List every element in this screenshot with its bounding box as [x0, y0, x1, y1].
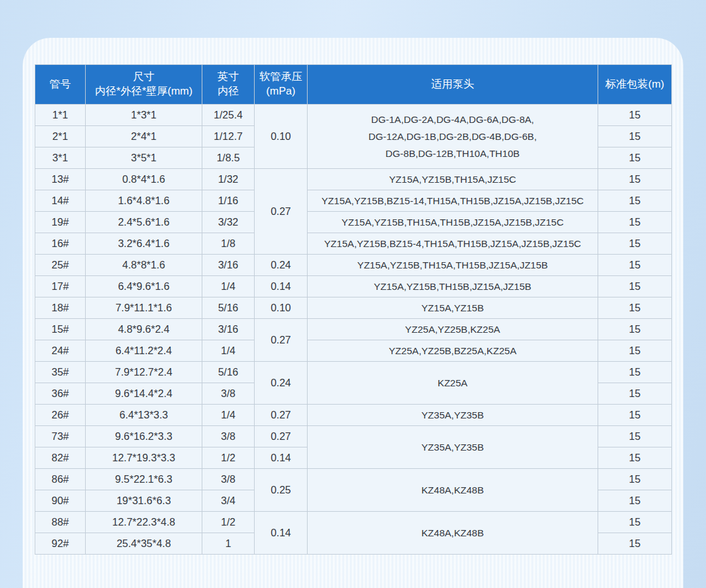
- pressure-cell: 0.24: [255, 255, 308, 276]
- header-size-line2: 内径*外径*壁厚(mm): [88, 84, 199, 99]
- size-cell: 19*31.6*6.3: [86, 490, 202, 512]
- inch-diameter-cell: 3/8: [202, 426, 255, 447]
- tube-no-cell: 92#: [35, 533, 86, 555]
- packing-cell: 15: [598, 469, 672, 490]
- packing-cell: 15: [598, 212, 672, 233]
- pump-heads-cell: YZ15A,YZ15B,BZ15-4,TH15A,TH15B,JZ15A,JZ1…: [308, 233, 598, 255]
- inch-diameter-cell: 5/16: [202, 362, 255, 383]
- header-inch: 英寸 内径: [202, 65, 255, 105]
- pressure-cell: 0.27: [255, 426, 308, 447]
- table-body: 1*11*3*11/25.40.10DG-1A,DG-2A,DG-4A,DG-6…: [35, 105, 672, 555]
- packing-cell: 15: [598, 533, 672, 555]
- tube-no-cell: 15#: [35, 319, 86, 340]
- tube-no-cell: 25#: [35, 255, 86, 276]
- pressure-cell: 0.14: [255, 447, 308, 469]
- size-cell: 2*4*1: [86, 126, 202, 147]
- table-row: 17#6.4*9.6*1.61/40.14YZ15A,YZ15B,TH15B,J…: [35, 276, 672, 297]
- tube-no-cell: 2*1: [35, 126, 86, 147]
- tube-no-cell: 82#: [35, 447, 86, 469]
- size-cell: 0.8*4*1.6: [86, 169, 202, 190]
- packing-cell: 15: [598, 276, 672, 297]
- table-row: 13#0.8*4*1.61/320.27YZ15A,YZ15B,TH15A,JZ…: [35, 169, 672, 190]
- header-inch-line2: 内径: [205, 84, 252, 99]
- tube-no-cell: 1*1: [35, 105, 86, 126]
- size-cell: 1*3*1: [86, 105, 202, 126]
- packing-cell: 15: [598, 426, 672, 447]
- packing-cell: 15: [598, 233, 672, 255]
- content-card: 管号 尺寸 内径*外径*壁厚(mm) 英寸 内径 软管承压 (mPa) 适用泵头…: [23, 38, 683, 588]
- table-row: 19#2.4*5.6*1.63/32YZ15A,YZ15B,TH15A,TH15…: [35, 212, 672, 233]
- pump-heads-cell: YZ35A,YZ35B: [308, 405, 598, 426]
- header-size-line1: 尺寸: [88, 70, 199, 84]
- pump-heads-cell: YZ15A,YZ15B,TH15A,JZ15C: [308, 169, 598, 190]
- pump-heads-cell: DG-1A,DG-2A,DG-4A,DG-6A,DG-8A, DG-12A,DG…: [308, 105, 598, 169]
- size-cell: 12.7*19.3*3.3: [86, 447, 202, 469]
- table-row: 16#3.2*6.4*1.61/8YZ15A,YZ15B,BZ15-4,TH15…: [35, 233, 672, 255]
- header-pressure-line2: (mPa): [257, 84, 304, 99]
- pump-heads-cell: YZ15A,YZ15B,TH15A,TH15B,JZ15A,JZ15B,JZ15…: [308, 212, 598, 233]
- packing-cell: 15: [598, 147, 672, 169]
- inch-diameter-cell: 3/8: [202, 469, 255, 490]
- inch-diameter-cell: 3/16: [202, 319, 255, 340]
- pump-heads-cell: YZ25A,YZ25B,BZ25A,KZ25A: [308, 340, 598, 362]
- header-pumps: 适用泵头: [308, 65, 598, 105]
- pump-heads-cell: YZ35A,YZ35B: [308, 426, 598, 469]
- packing-cell: 15: [598, 105, 672, 126]
- tube-no-cell: 16#: [35, 233, 86, 255]
- tube-no-cell: 90#: [35, 490, 86, 512]
- inch-diameter-cell: 1/25.4: [202, 105, 255, 126]
- inch-diameter-cell: 1/4: [202, 405, 255, 426]
- table-row: 14#1.6*4.8*1.61/16YZ15A,YZ15B,BZ15-14,TH…: [35, 190, 672, 212]
- pump-heads-cell: YZ15A,YZ15B,TH15B,JZ15A,JZ15B: [308, 276, 598, 297]
- packing-cell: 15: [598, 490, 672, 512]
- inch-diameter-cell: 1/4: [202, 340, 255, 362]
- size-cell: 4.8*9.6*2.4: [86, 319, 202, 340]
- inch-diameter-cell: 1/12.7: [202, 126, 255, 147]
- header-pressure: 软管承压 (mPa): [255, 65, 308, 105]
- packing-cell: 15: [598, 340, 672, 362]
- packing-cell: 15: [598, 383, 672, 405]
- inch-diameter-cell: 1/8.5: [202, 147, 255, 169]
- packing-cell: 15: [598, 126, 672, 147]
- pressure-cell: 0.10: [255, 297, 308, 319]
- size-cell: 1.6*4.8*1.6: [86, 190, 202, 212]
- pump-heads-cell: KZ48A,KZ48B: [308, 512, 598, 555]
- table-row: 24#6.4*11.2*2.41/4YZ25A,YZ25B,BZ25A,KZ25…: [35, 340, 672, 362]
- packing-cell: 15: [598, 297, 672, 319]
- pressure-cell: 0.25: [255, 469, 308, 512]
- packing-cell: 15: [598, 319, 672, 340]
- pump-heads-cell: KZ48A,KZ48B: [308, 469, 598, 512]
- packing-cell: 15: [598, 447, 672, 469]
- pump-heads-cell: YZ15A,YZ15B,BZ15-14,TH15A,TH15B,JZ15A,JZ…: [308, 190, 598, 212]
- table-row: 86#9.5*22.1*6.33/80.25KZ48A,KZ48B15: [35, 469, 672, 490]
- tube-no-cell: 13#: [35, 169, 86, 190]
- inch-diameter-cell: 3/4: [202, 490, 255, 512]
- header-packing: 标准包装(m): [598, 65, 672, 105]
- tube-no-cell: 35#: [35, 362, 86, 383]
- inch-diameter-cell: 1/16: [202, 190, 255, 212]
- size-cell: 6.4*9.6*1.6: [86, 276, 202, 297]
- tube-no-cell: 26#: [35, 405, 86, 426]
- tube-no-cell: 36#: [35, 383, 86, 405]
- size-cell: 7.9*12.7*2.4: [86, 362, 202, 383]
- tube-no-cell: 18#: [35, 297, 86, 319]
- table-row: 18#7.9*11.1*1.65/160.10YZ15A,YZ15B15: [35, 297, 672, 319]
- inch-diameter-cell: 3/32: [202, 212, 255, 233]
- size-cell: 25.4*35*4.8: [86, 533, 202, 555]
- inch-diameter-cell: 1/8: [202, 233, 255, 255]
- size-cell: 2.4*5.6*1.6: [86, 212, 202, 233]
- size-cell: 3*5*1: [86, 147, 202, 169]
- size-cell: 3.2*6.4*1.6: [86, 233, 202, 255]
- pump-heads-cell: YZ15A,YZ15B: [308, 297, 598, 319]
- inch-diameter-cell: 3/16: [202, 255, 255, 276]
- pressure-cell: 0.24: [255, 362, 308, 405]
- size-cell: 12.7*22.3*4.8: [86, 512, 202, 533]
- header-pressure-line1: 软管承压: [257, 70, 304, 84]
- packing-cell: 15: [598, 512, 672, 533]
- table-header: 管号 尺寸 内径*外径*壁厚(mm) 英寸 内径 软管承压 (mPa) 适用泵头…: [35, 65, 672, 105]
- header-inch-line1: 英寸: [205, 70, 252, 84]
- table-row: 73#9.6*16.2*3.33/80.27YZ35A,YZ35B15: [35, 426, 672, 447]
- inch-diameter-cell: 1/32: [202, 169, 255, 190]
- tube-no-cell: 3*1: [35, 147, 86, 169]
- size-cell: 6.4*11.2*2.4: [86, 340, 202, 362]
